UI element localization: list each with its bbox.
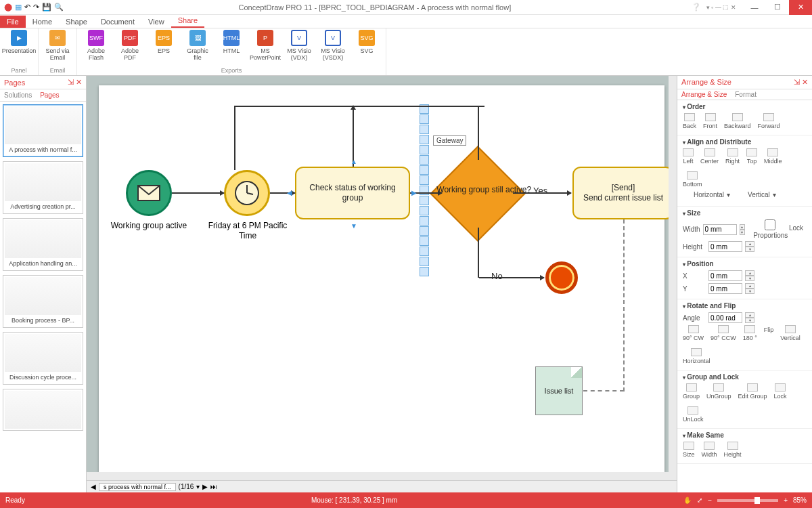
unlock-button[interactable]: UnLock [683,406,704,423]
angle-input[interactable] [708,312,742,323]
page-thumb-5[interactable]: Discussion cycle proce... [3,332,83,385]
tab-home[interactable]: Home [26,16,59,28]
sheet-nav-last[interactable]: ⏭ [210,483,217,490]
distribute-horizontal[interactable]: Horizontal [694,191,724,198]
tab-share[interactable]: Share [171,14,204,28]
vertical-scrollbar[interactable] [669,76,677,472]
pages-tab[interactable]: Pages [36,90,63,100]
order-forward-button[interactable]: Forward [758,113,780,129]
task-send-issue[interactable]: [Send]Send current issue list [572,167,674,219]
order-front-button[interactable]: Front [703,113,717,129]
export-html-button[interactable]: HTMLHTML [217,30,246,67]
connector[interactable] [478,228,479,278]
ungroup-button[interactable]: UnGroup [706,383,731,400]
rotate-ccw-button[interactable]: 90° CCW [710,325,736,341]
align-bottom-button[interactable]: Bottom [683,171,702,188]
export-flash-button[interactable]: SWFAdobe Flash [81,30,111,67]
tab-view[interactable]: View [141,16,171,28]
direction-handle-up[interactable]: ▲ [351,158,357,165]
flip-horizontal-button[interactable]: Horizontal [683,348,710,364]
page-thumb-2[interactable]: Advertising creation pr... [3,161,83,214]
start-event[interactable] [126,170,172,216]
qat-new-icon[interactable]: ▦ [15,3,22,12]
page-thumb-4[interactable]: Booking process - BP... [3,275,83,328]
pos-x-input[interactable] [708,270,742,281]
flip-vertical-button[interactable]: Vertical [780,325,800,341]
rotate-180-button[interactable]: 180 ° [743,325,757,341]
sheet-tab[interactable]: s process with normal f... [99,483,176,491]
pos-y-input[interactable] [708,283,742,294]
order-backward-button[interactable]: Backward [724,113,751,129]
qat-redo-icon[interactable]: ↷ [33,3,39,12]
zoom-in-button[interactable]: + [784,496,788,504]
connector[interactable] [478,106,479,160]
same-height-button[interactable]: Height [724,442,742,458]
qat-find-icon[interactable]: 🔍 [54,3,64,12]
format-tab[interactable]: Format [731,89,761,100]
zoom-slider[interactable] [717,499,778,502]
lock-button[interactable]: Lock [774,383,787,400]
align-right-button[interactable]: Right [725,148,740,165]
export-pdf-button[interactable]: PDFAdobe PDF [115,30,145,67]
edit-group-button[interactable]: Edit Group [738,383,767,400]
window-minimize-button[interactable]: — [743,0,766,15]
sheet-nav-prev[interactable]: ◀ [91,483,96,490]
help-icon[interactable]: ❔ [686,3,706,12]
height-input[interactable] [708,241,742,252]
connector[interactable] [479,277,544,278]
align-top-button[interactable]: Top [746,148,757,165]
qat-undo-icon[interactable]: ↶ [24,3,30,12]
arrange-tab[interactable]: Arrange & Size [677,89,731,100]
qat-save-icon[interactable]: 💾 [42,3,51,12]
send-email-button[interactable]: ✉Send via Email [43,30,72,67]
export-graphic-button[interactable]: 🖼Graphic file [183,30,212,67]
zoom-level[interactable]: 85% [793,496,807,504]
association[interactable] [583,390,624,391]
data-object-note[interactable]: Issue list [535,366,583,415]
align-center-button[interactable]: Center [700,148,719,165]
hand-tool-icon[interactable]: ✋ [683,496,692,504]
connector[interactable] [234,106,235,170]
gateway-shape[interactable]: Working group still active? [444,160,512,228]
group-button[interactable]: Group [683,383,700,400]
export-eps-button[interactable]: EPSEPS [149,30,179,67]
direction-handle-down[interactable]: ▼ [351,222,357,230]
page-thumb-3[interactable]: Application handling an... [3,218,83,271]
timer-event[interactable] [224,170,270,216]
pages-close-icon[interactable]: ✕ [76,78,82,86]
solutions-tab[interactable]: Solutions [0,90,36,100]
align-middle-button[interactable]: Middle [764,148,782,165]
task-check-status[interactable]: Check status of working group [295,167,410,219]
arrange-pin-icon[interactable]: ⇲ [794,78,800,86]
drawing-canvas[interactable]: Working group active Friday at 6 PM Paci… [99,85,664,472]
direction-handle-right[interactable]: ▶ [411,189,417,196]
connector[interactable] [172,192,224,194]
tab-file[interactable]: File [0,16,26,28]
tab-document[interactable]: Document [94,16,141,28]
distribute-vertical[interactable]: Vertical [748,191,770,198]
direction-handle-left[interactable]: ◀ [287,189,292,196]
connector[interactable] [234,106,484,107]
ribbon-collapse-icon[interactable]: ▾ ▫ — ⬚ ✕ [706,4,736,11]
same-size-button[interactable]: Size [683,442,695,458]
canvas-area[interactable]: Working group active Friday at 6 PM Paci… [87,76,677,492]
width-input[interactable] [703,224,737,235]
rotate-cw-button[interactable]: 90° CW [683,325,704,341]
order-back-button[interactable]: Back [683,113,696,129]
export-vsdx-button[interactable]: VMS Visio (VSDX) [318,30,348,67]
zoom-fit-icon[interactable]: ⤢ [697,496,702,504]
tab-shape[interactable]: Shape [59,16,94,28]
lock-proportions-checkbox[interactable]: Lock Proportions [753,219,807,239]
window-close-button[interactable]: ✕ [789,0,812,15]
export-vdx-button[interactable]: VMS Visio (VDX) [284,30,314,67]
window-maximize-button[interactable]: ☐ [766,0,789,15]
page-thumb-1[interactable]: A process with normal f... [3,104,83,157]
sheet-nav-next[interactable]: ▶ [202,483,208,490]
shape-quick-toolbar[interactable] [420,104,429,276]
association[interactable] [623,219,625,391]
pages-pin-icon[interactable]: ⇲ [68,78,74,86]
export-ppt-button[interactable]: PMS PowerPoint [250,30,280,67]
zoom-out-button[interactable]: − [708,496,712,504]
arrange-close-icon[interactable]: ✕ [802,78,808,86]
same-width-button[interactable]: Width [702,442,717,458]
